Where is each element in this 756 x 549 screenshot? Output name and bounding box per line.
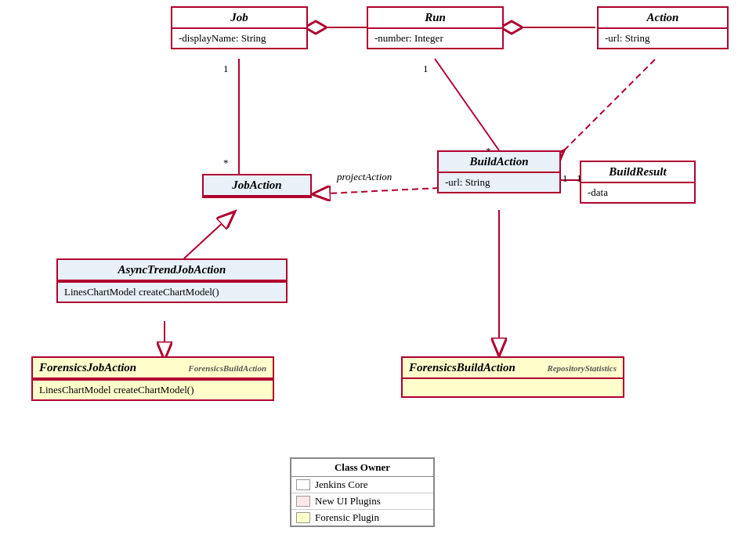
class-buildaction-title: BuildAction — [439, 152, 559, 173]
class-buildaction: BuildAction -url: String — [437, 150, 561, 193]
class-jobaction: JobAction — [202, 174, 312, 198]
svg-line-12 — [312, 188, 439, 194]
class-run: Run -number: Integer — [367, 6, 504, 49]
class-job-attr: -displayName: String — [172, 29, 306, 48]
legend-color-forensic — [296, 512, 310, 523]
legend-label-forensic: Forensic Plugin — [315, 511, 379, 524]
class-forensicsbuildaction-title-row: ForensicsBuildAction RepositoryStatistic… — [403, 358, 623, 379]
class-run-title: Run — [368, 8, 502, 29]
class-asynctrendjobaction-method: LinesChartModel createChartModel() — [58, 281, 286, 302]
class-action: Action -url: String — [597, 6, 729, 49]
mult-1-job: 1 — [223, 63, 229, 75]
project-action-label: projectAction — [337, 171, 392, 183]
mult-1-run: 1 — [423, 63, 429, 75]
legend-title: Class Owner — [291, 459, 433, 477]
class-buildresult-title: BuildResult — [581, 162, 694, 183]
class-asynctrendjobaction-title: AsyncTrendJobAction — [58, 260, 286, 281]
legend-row-newui: New UI Plugins — [291, 493, 433, 510]
svg-line-9 — [184, 211, 235, 258]
class-forensicsjobaction-title-row: ForensicsJobAction ForensicsBuildAction — [33, 358, 273, 379]
class-job: Job -displayName: String — [171, 6, 308, 49]
class-forensicsjobaction: ForensicsJobAction ForensicsBuildAction … — [31, 356, 274, 401]
legend-label-newui: New UI Plugins — [315, 495, 381, 507]
diagram: 1 * 1 * 1 1 projectAction Job -displayNa… — [0, 0, 756, 549]
legend-color-jenkins — [296, 479, 310, 490]
class-buildresult-attr: -data — [581, 183, 694, 202]
class-forensicsbuildaction-inner: RepositoryStatistics — [547, 363, 617, 373]
class-forensicsbuildaction: ForensicsBuildAction RepositoryStatistic… — [401, 356, 624, 398]
class-forensicsjobaction-method: LinesChartModel createChartModel() — [33, 379, 273, 399]
class-jobaction-title: JobAction — [204, 175, 310, 197]
class-run-attr: -number: Integer — [368, 29, 502, 48]
svg-line-6 — [435, 59, 499, 150]
class-forensicsbuildaction-name: ForensicsBuildAction — [409, 361, 515, 374]
legend: Class Owner Jenkins Core New UI Plugins … — [290, 457, 435, 527]
class-job-title: Job — [172, 8, 306, 29]
legend-color-newui — [296, 496, 310, 507]
mult-1-ba-br1: 1 — [562, 172, 568, 185]
class-forensicsjobaction-name: ForensicsJobAction — [39, 361, 136, 374]
class-asynctrendjobaction: AsyncTrendJobAction LinesChartModel crea… — [56, 258, 288, 303]
legend-row-jenkins: Jenkins Core — [291, 477, 433, 493]
class-forensicsjobaction-inner: ForensicsBuildAction — [188, 363, 266, 373]
class-buildaction-attr: -url: String — [439, 173, 559, 192]
class-action-attr: -url: String — [599, 29, 727, 48]
mult-star-jobaction: * — [223, 157, 229, 169]
class-forensicsbuildaction-body — [403, 379, 623, 396]
svg-line-7 — [564, 59, 656, 150]
class-buildresult: BuildResult -data — [580, 161, 696, 204]
class-action-title: Action — [599, 8, 727, 29]
legend-row-forensic: Forensic Plugin — [291, 510, 433, 526]
legend-label-jenkins: Jenkins Core — [315, 479, 368, 491]
